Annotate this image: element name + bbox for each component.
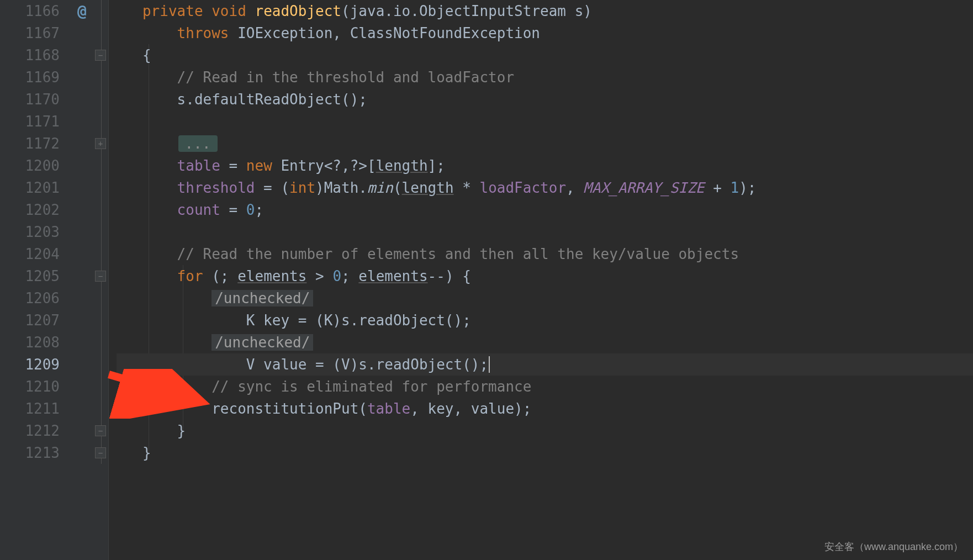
code-line[interactable]: /unchecked/ [117, 331, 973, 353]
number-literal: 0 [246, 202, 255, 218]
field-loadfactor: loadFactor [480, 179, 567, 196]
code-line-current[interactable]: V value = (V)s.readObject(); [117, 353, 973, 376]
code-line[interactable]: count = 0; [117, 199, 973, 221]
line-number: 1205 [10, 265, 60, 287]
code-area[interactable]: private void readObject(java.io.ObjectIn… [109, 0, 973, 560]
brace-close: } [142, 445, 151, 461]
fold-toggle-end-icon[interactable]: − [95, 447, 106, 458]
fold-toggle-end-icon[interactable]: − [95, 425, 106, 436]
code-editor[interactable]: 1166 1167 1168 1169 1170 1171 1172 1200 … [0, 0, 973, 560]
op-eq: = [220, 202, 246, 218]
fold-toggle-expand-icon[interactable]: + [95, 138, 106, 149]
code-line[interactable]: table = new Entry<?,?>[length]; [117, 155, 973, 177]
var-length: length [376, 157, 428, 174]
paren-open: ( [393, 179, 402, 196]
for-head-d: --) { [428, 268, 471, 284]
fold-toggle-collapse-icon[interactable]: − [95, 50, 106, 61]
line-number: 1207 [10, 309, 60, 331]
keyword-throws: throws [177, 25, 229, 41]
code-line[interactable]: for (; elements > 0; elements--) { [117, 265, 973, 287]
line-number: 1166 [10, 0, 60, 22]
line-number: 1169 [10, 66, 60, 88]
keyword-for: for [177, 268, 203, 284]
code-line-blank[interactable] [117, 110, 973, 133]
op-mul: * [454, 179, 480, 196]
code-line[interactable]: s.defaultReadObject(); [117, 88, 973, 110]
vcs-change-marker-icon: @ [77, 2, 87, 20]
line-number: 1208 [10, 331, 60, 353]
code-line[interactable]: throws IOException, ClassNotFoundExcepti… [117, 22, 973, 44]
comment: // Read in the threshold and loadFactor [177, 69, 514, 86]
line-number: 1204 [10, 243, 60, 265]
field-count: count [177, 202, 220, 218]
var-elements: elements [237, 268, 306, 284]
exception-list: IOException, ClassNotFoundException [237, 25, 540, 41]
line-number: 1212 [10, 420, 60, 442]
op-plus: + [705, 179, 731, 196]
var-length: length [402, 179, 454, 196]
math-prefix: )Math. [315, 179, 367, 196]
number-literal: 1 [730, 179, 739, 196]
code-line[interactable]: // Read the number of elements and then … [117, 243, 973, 265]
for-head-c: ; [341, 268, 358, 284]
code-line[interactable]: /unchecked/ [117, 287, 973, 309]
keyword-new: new [246, 157, 272, 174]
op-gt: > [306, 268, 332, 284]
line-number: 1210 [10, 376, 60, 398]
fold-toggle-collapse-icon[interactable]: − [95, 271, 106, 282]
statement: s.defaultReadObject(); [177, 91, 367, 108]
method-name: readObject [255, 3, 341, 19]
line-number: 1167 [10, 22, 60, 44]
comment: // Read the number of elements and then … [177, 246, 739, 262]
line-number: 1203 [10, 221, 60, 243]
field-threshold: threshold [177, 179, 255, 196]
code-line[interactable]: } [117, 442, 973, 464]
keyword-private: private [142, 3, 203, 19]
line-number: 1171 [10, 110, 60, 133]
comma: , [566, 179, 583, 196]
folded-region-placeholder[interactable]: ... [178, 135, 218, 152]
paren-close: ); [739, 179, 756, 196]
code-line-blank[interactable] [117, 221, 973, 243]
code-line[interactable]: // sync is eliminated for performance [117, 376, 973, 398]
brace-close: } [177, 422, 186, 439]
code-line[interactable]: threshold = (int)Math.min(length * loadF… [117, 177, 973, 199]
suppress-unchecked-annotation: /unchecked/ [211, 334, 313, 351]
line-number: 1201 [10, 177, 60, 199]
keyword-void: void [211, 3, 246, 19]
code-line[interactable]: } [117, 420, 973, 442]
comment: // sync is eliminated for performance [211, 378, 531, 395]
statement-key: K key = (K)s.readObject(); [246, 312, 471, 329]
gutter-marks-column: @ − + − − − [70, 0, 109, 560]
line-number: 1168 [10, 44, 60, 66]
type-entry: Entry<?,?>[ [272, 157, 376, 174]
line-number-gutter: 1166 1167 1168 1169 1170 1171 1172 1200 … [0, 0, 70, 560]
text-caret [489, 356, 490, 373]
line-number: 1213 [10, 442, 60, 464]
line-number-current: 1209 [10, 353, 60, 376]
call-reconstitutionput: reconstitutionPut( [211, 400, 367, 417]
method-params: (java.io.ObjectInputStream s) [341, 3, 592, 19]
watermark-text: 安全客（www.anquanke.com） [824, 540, 963, 553]
line-number: 1172 [10, 133, 60, 155]
line-number: 1211 [10, 398, 60, 420]
number-literal: 0 [332, 268, 341, 284]
code-line[interactable]: { [117, 44, 973, 66]
code-line[interactable]: private void readObject(java.io.ObjectIn… [117, 0, 973, 22]
line-number: 1200 [10, 155, 60, 177]
line-number: 1202 [10, 199, 60, 221]
op-eq: = ( [255, 179, 289, 196]
semicolon: ; [255, 202, 263, 218]
static-method-min: min [367, 179, 393, 196]
bracket-close: ]; [428, 157, 445, 174]
line-number: 1170 [10, 88, 60, 110]
brace-open: { [142, 47, 151, 64]
code-line-folded[interactable]: ... [117, 133, 973, 155]
code-line[interactable]: reconstitutionPut(table, key, value); [117, 398, 973, 420]
code-line[interactable]: K key = (K)s.readObject(); [117, 309, 973, 331]
var-elements: elements [358, 268, 427, 284]
op-eq: = [220, 157, 246, 174]
field-table: table [177, 157, 220, 174]
for-head-a: (; [203, 268, 238, 284]
code-line[interactable]: // Read in the threshold and loadFactor [117, 66, 973, 88]
